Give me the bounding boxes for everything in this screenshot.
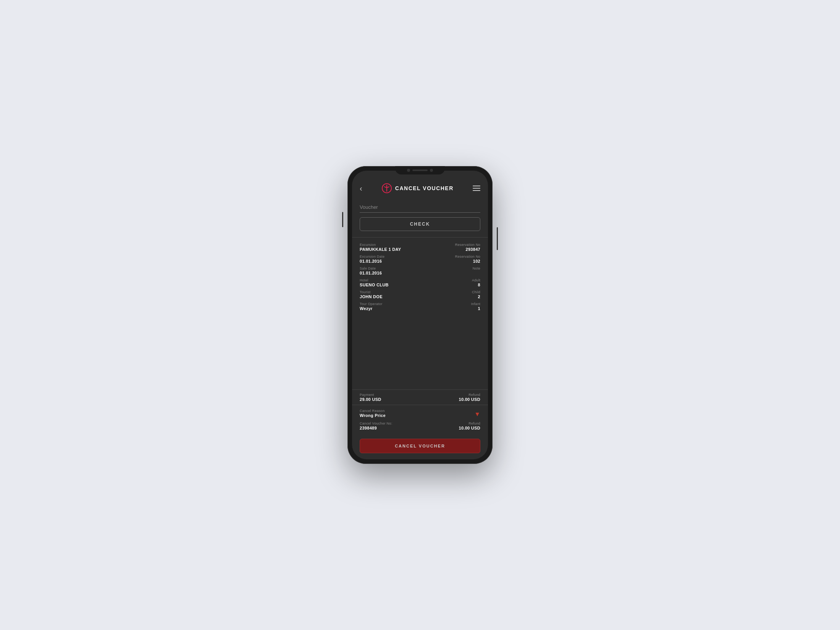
tourist-value: JOHN DOE <box>360 294 383 299</box>
cancel-refund-col: Refund 10.00 USD <box>459 422 480 430</box>
menu-button[interactable] <box>473 186 480 191</box>
sale-date-value: 01.01.2016 <box>360 271 382 275</box>
cancel-reason-label: Cancel Reason <box>360 409 386 413</box>
info-row-tourist: Tourist JOHN DOE Child 2 <box>360 290 480 299</box>
phone-screen: ‹ CANCEL VOUCHER CHEC <box>352 171 488 459</box>
info-row-hotel: Hotel SUENO CLUB Adult 8 <box>360 278 480 287</box>
volume-button <box>342 212 343 227</box>
cancel-voucher-button[interactable]: CANCEL VOUCHER <box>360 439 480 453</box>
cancel-voucher-no-col: Cancel Voucher No: 2398489 <box>360 422 392 430</box>
cancel-voucher-row: Cancel Voucher No: 2398489 Refund 10.00 … <box>360 422 480 430</box>
infant-label: Infant <box>471 302 480 306</box>
excursion-date-col: Excursion Date 01.01.2016 <box>360 255 384 263</box>
dropdown-arrow-icon[interactable]: ▼ <box>474 411 480 418</box>
payment-label: Payment <box>360 393 381 397</box>
speaker <box>412 170 428 171</box>
tour-operator-label: Tour Operator <box>360 302 382 306</box>
tourist-label: Tourist <box>360 290 383 294</box>
back-button[interactable]: ‹ <box>360 184 362 193</box>
cancel-reason-row: Cancel Reason Wrong Price ▼ <box>360 409 480 418</box>
hotel-value: SUENO CLUB <box>360 283 389 287</box>
adult-value: 8 <box>472 283 480 287</box>
voucher-section: CHECK <box>352 200 488 236</box>
reservation-no2-col: Reservation No 102 <box>455 255 480 263</box>
note-col: Note <box>473 267 480 275</box>
infant-col: Infant 1 <box>471 302 480 311</box>
cancel-voucher-no-label: Cancel Voucher No: <box>360 422 392 425</box>
app-container: ‹ CANCEL VOUCHER CHEC <box>352 171 488 459</box>
reservation-no2-value: 102 <box>455 259 480 263</box>
voucher-input[interactable] <box>360 203 480 213</box>
menu-icon <box>473 186 480 186</box>
excursion-value: PAMUKKALE 1 DAY <box>360 247 401 252</box>
refund-col: Refund 10.00 USD <box>459 393 480 402</box>
cancel-refund-label: Refund <box>459 422 480 425</box>
tour-operator-value: Wezyr <box>360 306 382 311</box>
child-value: 2 <box>472 294 480 299</box>
adult-label: Adult <box>472 278 480 282</box>
child-col: Child 2 <box>472 290 480 299</box>
cancel-refund-value: 10.00 USD <box>459 426 480 430</box>
bottom-button-area: CANCEL VOUCHER <box>352 434 488 459</box>
reservation-no-col: Reservation No 293847 <box>455 243 480 252</box>
reservation-no-value: 293847 <box>455 247 480 252</box>
excursion-date-label: Excursion Date <box>360 255 384 258</box>
cancel-reason-value: Wrong Price <box>360 413 386 418</box>
hotel-label: Hotel <box>360 278 389 282</box>
note-label: Note <box>473 267 480 270</box>
hotel-col: Hotel SUENO CLUB <box>360 278 389 287</box>
payment-row: Payment 29.00 USD Refund 10.00 USD <box>360 393 480 402</box>
excursion-col: Excursion PAMUKKALE 1 DAY <box>360 243 401 252</box>
cancel-section: Cancel Reason Wrong Price ▼ Cancel Vouch… <box>352 405 488 434</box>
info-row-date: Excursion Date 01.01.2016 Reservation No… <box>360 255 480 263</box>
tourist-col: Tourist JOHN DOE <box>360 290 383 299</box>
cancel-voucher-no-value: 2398489 <box>360 426 392 430</box>
menu-icon <box>473 190 480 191</box>
refund-value: 10.00 USD <box>459 397 480 402</box>
tour-operator-col: Tour Operator Wezyr <box>360 302 382 311</box>
sensor <box>430 169 433 172</box>
child-label: Child <box>472 290 480 294</box>
check-button[interactable]: CHECK <box>360 217 480 231</box>
sale-date-label: Sale Date <box>360 267 382 270</box>
phone-notch <box>395 166 445 174</box>
phone-device: ‹ CANCEL VOUCHER CHEC <box>347 166 493 464</box>
info-row-operator: Tour Operator Wezyr Infant 1 <box>360 302 480 311</box>
menu-icon <box>473 188 480 189</box>
refund-label: Refund <box>459 393 480 397</box>
excursion-date-value: 01.01.2016 <box>360 259 384 263</box>
header-center: CANCEL VOUCHER <box>381 183 454 194</box>
divider-1 <box>352 237 488 237</box>
payment-col: Payment 29.00 USD <box>360 393 381 402</box>
payment-section: Payment 29.00 USD Refund 10.00 USD <box>352 389 488 405</box>
app-logo <box>381 183 392 194</box>
info-row-saledate: Sale Date 01.01.2016 Note <box>360 267 480 275</box>
power-button <box>497 227 498 250</box>
info-row-excursion: Excursion PAMUKKALE 1 DAY Reservation No… <box>360 243 480 252</box>
sale-date-col: Sale Date 01.01.2016 <box>360 267 382 275</box>
excursion-label: Excursion <box>360 243 401 247</box>
payment-value: 29.00 USD <box>360 397 381 402</box>
page-title: CANCEL VOUCHER <box>395 185 454 191</box>
cancel-reason-col: Cancel Reason Wrong Price <box>360 409 386 418</box>
reservation-no2-label: Reservation No <box>455 255 480 258</box>
front-camera <box>407 169 410 172</box>
adult-col: Adult 8 <box>472 278 480 287</box>
info-section: Excursion PAMUKKALE 1 DAY Reservation No… <box>352 239 488 389</box>
reservation-no-label: Reservation No <box>455 243 480 247</box>
app-header: ‹ CANCEL VOUCHER <box>352 180 488 200</box>
infant-value: 1 <box>471 306 480 311</box>
